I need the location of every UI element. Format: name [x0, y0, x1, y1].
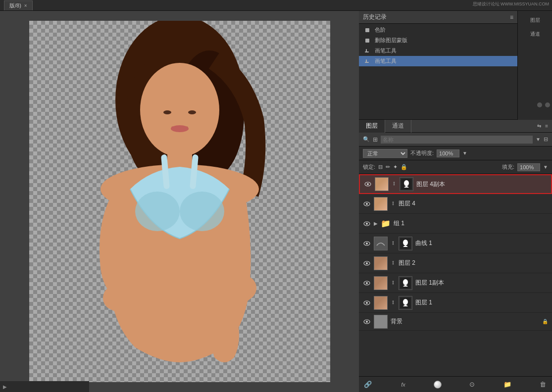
layer-visibility-toggle[interactable] — [363, 279, 371, 287]
svg-rect-17 — [365, 62, 369, 63]
tab-close-button[interactable]: × — [24, 3, 27, 8]
tab-layers[interactable]: 图层 — [359, 120, 385, 133]
layer-visibility-toggle[interactable] — [363, 200, 371, 208]
history-menu-icon[interactable]: ≡ — [510, 14, 513, 21]
right-panel: 历史记录 ≡ 色阶删除图层蒙版画笔工具画笔工具 图层 通道 — [359, 11, 552, 392]
layer-row[interactable]: 图层 1 — [359, 293, 552, 313]
layers-panel-bottom: 🔗 fx ⊙ 📁 🗑 — [359, 376, 552, 392]
tab-label: 版/8) — [9, 2, 21, 9]
svg-rect-13 — [365, 28, 369, 32]
history-item[interactable]: 画笔工具 — [359, 56, 517, 66]
layer-row[interactable]: ▶📁组 1 — [359, 214, 552, 234]
tab-icons: ⇆ ≡ — [536, 122, 552, 130]
layer-group-icon[interactable]: 📁 — [502, 380, 512, 390]
svg-point-46 — [403, 299, 408, 305]
svg-point-33 — [403, 240, 408, 245]
layer-chain-icon — [391, 260, 396, 267]
history-item-icon — [364, 58, 371, 65]
svg-point-41 — [403, 279, 408, 285]
svg-point-20 — [367, 183, 369, 185]
svg-point-23 — [404, 180, 409, 186]
layer-visibility-toggle[interactable] — [363, 318, 371, 326]
tab-menu-icon[interactable]: ≡ — [544, 122, 549, 130]
document-tab[interactable]: 版/8) × — [4, 0, 33, 10]
layer-thumbnail — [374, 256, 388, 270]
adjustment-layer-thumbnail — [374, 237, 388, 250]
group-expand-icon[interactable]: ▶ — [374, 221, 378, 226]
layer-row[interactable]: 背景🔒 — [359, 313, 552, 331]
history-item[interactable]: 画笔工具 — [359, 46, 517, 56]
layer-delete-icon[interactable]: 🗑 — [538, 380, 548, 390]
canvas-area[interactable]: ▶ — [0, 11, 359, 392]
opacity-input[interactable] — [437, 149, 459, 157]
history-panel-tab-channels[interactable]: 通道 — [523, 29, 547, 40]
history-panel-circle1 — [537, 102, 542, 107]
layer-visibility-toggle[interactable] — [364, 180, 372, 188]
history-panel-circle2 — [545, 102, 550, 107]
layer-list: 图层 4副本图层 4▶📁组 1曲线 1图层 2图层 1副本图层 1背景🔒 — [359, 174, 552, 376]
layer-thumbnail — [375, 177, 389, 191]
layer-name-label: 图层 1副本 — [415, 279, 548, 287]
layer-row[interactable]: 图层 4副本 — [359, 174, 552, 194]
layer-mask-thumbnail — [399, 276, 412, 290]
svg-point-30 — [366, 243, 368, 245]
layer-search-input[interactable] — [381, 136, 533, 144]
layer-name-label: 图层 2 — [399, 259, 548, 267]
layer-visibility-toggle[interactable] — [363, 220, 371, 228]
fill-input[interactable] — [517, 163, 540, 171]
opacity-label: 不透明度: — [410, 149, 434, 157]
svg-point-3 — [140, 63, 219, 157]
layer-mask-thumbnail — [400, 177, 413, 191]
history-item-label: 画笔工具 — [375, 47, 397, 54]
history-panel: 历史记录 ≡ 色阶删除图层蒙版画笔工具画笔工具 — [359, 11, 517, 120]
layer-row[interactable]: 图层 2 — [359, 253, 552, 273]
tab-channels[interactable]: 通道 — [385, 120, 411, 133]
layer-visibility-toggle[interactable] — [363, 259, 371, 267]
history-panel-tab-layers[interactable]: 图层 — [523, 15, 547, 26]
lock-all-icon[interactable]: 🔒 — [401, 164, 407, 170]
lock-pixels-icon[interactable]: ✏ — [386, 164, 390, 170]
layer-visibility-toggle[interactable] — [363, 299, 371, 307]
layer-adjustment-icon[interactable]: ⊙ — [467, 380, 477, 390]
history-item[interactable]: 删除图层蒙版 — [359, 35, 517, 46]
svg-point-12 — [171, 125, 189, 132]
play-button[interactable]: ▶ — [3, 384, 7, 390]
history-panel-header: 历史记录 ≡ — [359, 11, 517, 24]
svg-point-11 — [188, 110, 196, 114]
layer-row[interactable]: 曲线 1 — [359, 234, 552, 253]
layer-thumbnail — [374, 276, 388, 290]
layer-chain-icon — [391, 240, 396, 247]
layer-mask-icon[interactable] — [434, 381, 442, 389]
layer-name-label: 组 1 — [394, 219, 548, 228]
search-right-icon: ⊟ — [544, 136, 548, 143]
blend-mode-select[interactable]: 正常 — [363, 149, 407, 158]
layer-row[interactable]: 图层 1副本 — [359, 273, 552, 293]
blend-mode-row: 正常 不透明度: ▼ — [359, 147, 552, 160]
layer-name-label: 曲线 1 — [415, 239, 548, 247]
top-bar: 版/8) × 思绪设计论坛 WWW.MISSYUAN.COM — [0, 0, 552, 11]
layer-name-label: 图层 4 — [399, 199, 548, 208]
layer-fx-icon[interactable]: fx — [399, 380, 408, 390]
history-item[interactable]: 色阶 — [359, 25, 517, 35]
opacity-dropdown[interactable]: ▼ — [462, 150, 467, 156]
layer-link-icon[interactable]: 🔗 — [363, 380, 373, 390]
svg-point-6 — [135, 192, 180, 231]
svg-point-25 — [366, 203, 368, 205]
svg-point-28 — [366, 223, 368, 225]
lock-position-icon[interactable]: ✦ — [393, 164, 398, 170]
layer-row[interactable]: 图层 4 — [359, 194, 552, 214]
lock-transparency-icon[interactable]: ⊟ — [378, 164, 383, 170]
layers-search-bar: 🔍 ⊞ ▼ ⊟ — [359, 133, 552, 147]
tab-expand-icon[interactable]: ⇆ — [536, 122, 542, 130]
svg-point-7 — [180, 192, 224, 231]
svg-rect-16 — [366, 49, 367, 52]
svg-rect-14 — [365, 39, 369, 43]
layer-name-label: 图层 4副本 — [416, 180, 547, 189]
layer-visibility-toggle[interactable] — [363, 240, 371, 247]
layers-panel: 图层 通道 ⇆ ≡ 🔍 ⊞ ▼ ⊟ 正常 — [359, 120, 552, 392]
search-dropdown-icon[interactable]: ▼ — [536, 137, 541, 142]
canvas-background — [29, 21, 330, 382]
fill-dropdown[interactable]: ▼ — [543, 164, 548, 170]
layer-chain-icon — [391, 200, 396, 207]
layer-mask-thumbnail — [399, 296, 412, 310]
